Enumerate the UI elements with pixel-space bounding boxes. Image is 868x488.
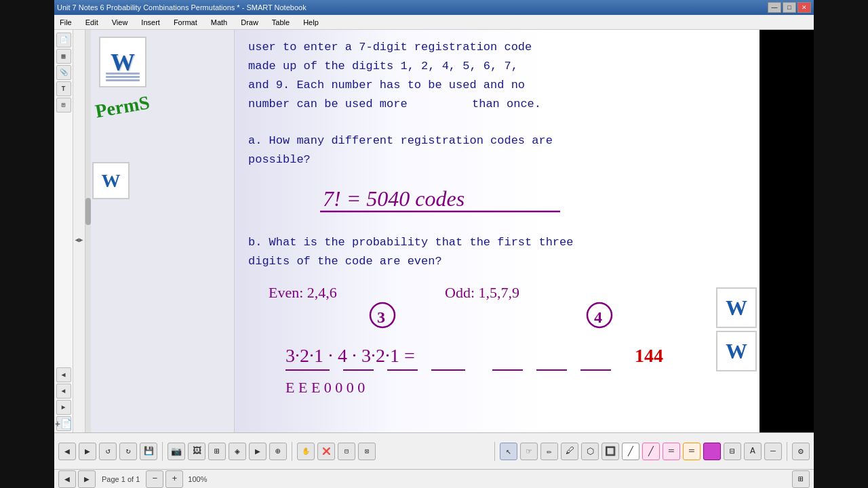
zoom-out-btn[interactable]: − [146,470,163,488]
svg-text:E   E   E   0   0  0   0: E E E 0 0 0 0 [285,379,365,396]
pen-tool[interactable]: ✏ [540,443,558,460]
marker-tool[interactable]: 🖊 [561,443,578,460]
svg-text:and 9. Each number has to be u: and 9. Each number has to be used and no [248,79,525,92]
collapse-toolbar[interactable]: ◀▶ [73,30,85,450]
puzzle-icon[interactable]: ⊞ [56,98,71,113]
menu-format[interactable]: Format [171,17,200,28]
svg-text:than once.: than once. [472,98,541,110]
color-picker[interactable] [703,443,721,460]
back-button[interactable]: ◀ [58,443,76,460]
clip-icon[interactable]: 📎 [56,65,71,80]
bottom-toolbar: ◀ ▶ ↺ ↻ 💾 📷 🖼 ⊞ ◈ ▶ ⊕ ✋ ❌ ⊟ ⊠ ↖ ☞ ✏ 🖊 ⬡ … [54,432,814,469]
fill-picker[interactable]: ⊟ [724,443,741,460]
next-page-icon[interactable]: ► [56,400,71,415]
word-big-bottom-letter: W [726,339,747,364]
save-button[interactable]: 💾 [140,443,157,460]
add-page-icon[interactable]: +📄 [56,416,71,431]
word-icon-big-top: W [716,287,757,328]
view-btn[interactable]: ⊞ [792,470,810,488]
word-icon-top-container: W [99,37,146,87]
separator-4 [787,442,787,461]
text-icon[interactable]: T [56,81,71,96]
word-icon-mid: W [92,162,130,199]
right-black-strip [814,0,868,488]
word-mid-w-letter: W [102,170,121,192]
page-forward-btn[interactable]: ▶ [78,470,96,488]
svg-text:number can be used more: number can be used more [248,98,408,110]
text-tool[interactable]: A [744,443,762,460]
svg-point-17 [587,303,612,327]
menu-draw[interactable]: Draw [238,17,261,28]
page-back-btn[interactable]: ◀ [58,470,76,488]
main-content-area: W PermS W user to enter a [85,30,760,450]
word-icon-big-bottom: W [716,331,757,371]
permis-handwriting: PermS [90,81,175,133]
menu-math[interactable]: Math [208,17,230,28]
left-scrollbar[interactable] [85,30,91,450]
settings-button[interactable]: ⚙ [792,443,810,460]
menu-view[interactable]: View [109,17,131,28]
left-panel: W PermS W [85,30,235,450]
svg-text:Even: 2,4,6: Even: 2,4,6 [269,284,337,301]
svg-text:possible?: possible? [248,153,311,166]
forward-button[interactable]: ▶ [79,443,96,460]
doc-line-1 [106,73,140,75]
svg-text:Odd: 1,5,7,9: Odd: 1,5,7,9 [445,284,519,301]
svg-text:a. How many different registra: a. How many different registration codes… [248,134,553,147]
snap-btn[interactable]: ⊠ [358,443,376,460]
collapse-arrow-icon[interactable]: ◀▶ [75,236,83,244]
eraser-tool[interactable]: ⬡ [581,443,599,460]
bottom-toolbar-row2: ◀ ▶ Page 1 of 1 − + 100% ⊞ [54,469,814,488]
grab-button[interactable]: ✋ [297,443,315,460]
svg-text:user to enter a 7-digit regist: user to enter a 7-digit registration cod… [248,41,532,54]
grab-tool[interactable]: ☞ [520,443,538,460]
separator-3 [494,442,495,461]
title-bar-text: Unit 7 Notes 6 Probability Combinations … [57,3,307,12]
svg-point-15 [370,303,395,327]
left-black-strip [0,0,54,488]
minimize-button[interactable]: — [768,2,781,13]
doc-line-2 [106,76,140,78]
pen-line-4[interactable]: ═ [683,443,701,460]
menu-help[interactable]: Help [300,17,321,28]
delete-btn[interactable]: ❌ [317,443,335,460]
pen-line-3[interactable]: ═ [663,443,680,460]
pen-line-1[interactable]: ╱ [622,443,639,460]
prev-page-icon[interactable]: ◄ [56,384,71,399]
grid-button[interactable]: ⊞ [208,443,226,460]
svg-text:4: 4 [594,308,602,326]
table-btn[interactable]: ⊟ [338,443,355,460]
word-doc-lines [106,71,140,83]
menu-file[interactable]: File [57,17,75,28]
scroll-up-icon[interactable]: ◀ [56,367,71,382]
shape-tool[interactable]: 🔲 [601,443,619,460]
play-button[interactable]: ▶ [249,443,267,460]
record-button[interactable]: ⊕ [269,443,287,460]
undo-button[interactable]: ↺ [99,443,117,460]
redo-button[interactable]: ↻ [119,443,137,460]
page-number: Page 1 of 1 [98,475,144,483]
cursor-tool[interactable]: ↖ [500,443,517,460]
widget-button[interactable]: ◈ [229,443,246,460]
scrollbar-thumb[interactable] [85,198,91,225]
menu-insert[interactable]: Insert [138,17,163,28]
menu-bar: File Edit View Insert Format Math Draw T… [54,15,814,30]
separator-2 [292,442,292,461]
window-controls[interactable]: — □ ✕ [768,2,811,13]
line-tool[interactable]: — [764,443,782,460]
gallery-button[interactable]: 🖼 [188,443,205,460]
close-button[interactable]: ✕ [797,2,811,13]
screenshot-button[interactable]: 📷 [167,443,185,460]
maximize-button[interactable]: □ [783,2,796,13]
zoom-in-btn[interactable]: + [165,470,183,488]
pen-line-2[interactable]: ╱ [642,443,660,460]
big-word-icons-container: W W [716,287,757,371]
left-toolbar: 📄 ▦ 📎 T ⊞ ◀ ◄ ► +📄 ✕ [54,30,73,450]
title-bar: Unit 7 Notes 6 Probability Combinations … [54,0,814,15]
svg-text:3: 3 [377,308,385,326]
page-icon[interactable]: 📄 [56,33,71,47]
thumbnail-icon[interactable]: ▦ [56,49,71,64]
separator-1 [162,442,163,461]
menu-table[interactable]: Table [269,17,292,28]
menu-edit[interactable]: Edit [83,17,101,28]
